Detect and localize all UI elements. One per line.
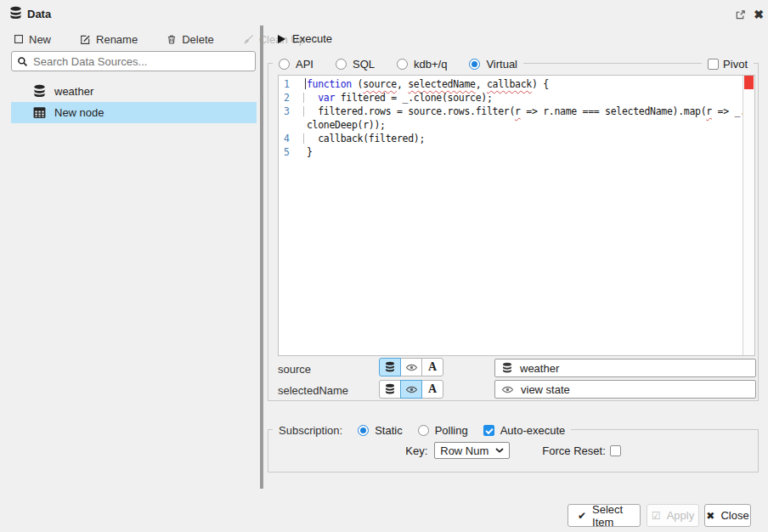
radio-virtual[interactable]: Virtual xyxy=(469,58,517,71)
code-line: 1function (source, selectedName, callbac… xyxy=(279,77,742,91)
key-row: Key: Row Num Force Reset: xyxy=(268,442,758,459)
text-toggle-button[interactable]: A xyxy=(421,380,443,399)
play-icon xyxy=(278,35,285,43)
key-label: Key: xyxy=(405,444,427,457)
radio-icon xyxy=(418,425,429,436)
viewstate-toggle-button[interactable] xyxy=(400,358,422,376)
x-icon: ✖ xyxy=(706,510,714,522)
query-type-options: API SQL kdb+/q Virtual xyxy=(273,56,523,71)
new-icon xyxy=(14,34,24,44)
code-line: 5} xyxy=(279,145,742,159)
search-icon xyxy=(17,56,28,67)
selectedname-value-combo[interactable]: view state xyxy=(494,380,756,399)
eye-icon xyxy=(501,383,514,396)
radio-icon xyxy=(336,59,347,70)
close-button[interactable]: ✖ Close xyxy=(704,504,751,527)
force-reset-option: Force Reset: xyxy=(542,444,620,457)
code-line: cloneDeep(r)); xyxy=(279,118,742,132)
trash-icon xyxy=(167,34,177,45)
subscription-group: Subscription: Static Polling Auto-execut… xyxy=(268,429,759,473)
database-icon xyxy=(32,84,47,99)
radio-kdbq[interactable]: kdb+/q xyxy=(397,58,447,71)
search-box xyxy=(11,51,256,71)
datasource-toggle-button[interactable] xyxy=(379,380,401,399)
apply-button[interactable]: ☑ Apply xyxy=(647,504,699,527)
text-toggle-button[interactable]: A xyxy=(421,358,443,376)
source-value-combo[interactable]: weather xyxy=(494,359,756,377)
subscription-options: Subscription: Static Polling Auto-execut… xyxy=(273,422,571,438)
list-item-new-node[interactable]: New node xyxy=(11,102,257,123)
broom-icon xyxy=(243,34,254,45)
source-type-toggle: A xyxy=(379,358,443,376)
code-editor[interactable]: 1function (source, selectedName, callbac… xyxy=(278,75,755,356)
new-button[interactable]: New xyxy=(14,33,51,46)
selectedname-type-toggle: A xyxy=(379,380,443,399)
list-item-weather[interactable]: weather xyxy=(11,81,257,102)
key-dropdown[interactable]: Row Num xyxy=(434,442,510,459)
search-input[interactable] xyxy=(33,55,250,68)
radio-icon xyxy=(397,59,408,70)
param-label-selectedname: selectedName xyxy=(278,384,348,397)
chevron-down-icon xyxy=(495,448,504,453)
data-sources-dialog: Data ✖ New Rename Delete Clean Up weathe xyxy=(0,0,768,532)
execute-button[interactable]: Execute xyxy=(278,32,332,45)
datasource-toggle-button[interactable] xyxy=(379,358,401,376)
select-item-button[interactable]: ✔ Select Item xyxy=(568,504,641,527)
radio-polling[interactable]: Polling xyxy=(418,424,468,437)
rename-icon xyxy=(80,34,91,45)
annotation-ruler[interactable] xyxy=(743,76,754,355)
param-label-source: source xyxy=(278,363,311,376)
table-icon xyxy=(32,105,47,120)
code-lines: 1function (source, selectedName, callbac… xyxy=(279,77,742,159)
check-square-icon: ☑ xyxy=(652,510,661,522)
code-line: 3 filtered.rows = source.rows.filter(r =… xyxy=(279,105,742,118)
check-icon: ✔ xyxy=(578,510,586,522)
radio-api[interactable]: API xyxy=(279,58,313,71)
code-line: 4 callback(filtered); xyxy=(279,132,742,145)
close-icon[interactable]: ✖ xyxy=(751,7,766,22)
radio-icon xyxy=(358,425,369,436)
radio-icon xyxy=(469,59,480,70)
datasource-list: weather New node xyxy=(11,81,257,123)
pivot-option: Pivot xyxy=(702,56,754,71)
panel-splitter[interactable] xyxy=(260,25,263,489)
database-icon xyxy=(8,6,23,20)
auto-execute-checkbox xyxy=(483,425,494,436)
force-reset-label: Force Reset: xyxy=(542,444,605,457)
code-line: 2 var filtered = _.clone(source); xyxy=(279,91,742,105)
radio-sql[interactable]: SQL xyxy=(336,58,375,71)
pivot-checkbox[interactable] xyxy=(708,59,719,70)
auto-execute-option[interactable]: Auto-execute xyxy=(483,424,566,437)
rename-button[interactable]: Rename xyxy=(80,33,138,46)
viewstate-toggle-button[interactable] xyxy=(400,380,422,399)
database-icon xyxy=(501,362,513,374)
radio-icon xyxy=(279,59,290,70)
force-reset-checkbox[interactable] xyxy=(610,445,621,456)
delete-button[interactable]: Delete xyxy=(167,33,214,46)
subscription-label: Subscription: xyxy=(279,424,342,437)
expand-icon[interactable] xyxy=(732,7,748,22)
radio-static[interactable]: Static xyxy=(358,424,403,437)
error-marker xyxy=(744,76,754,89)
dialog-title: Data xyxy=(27,8,51,20)
